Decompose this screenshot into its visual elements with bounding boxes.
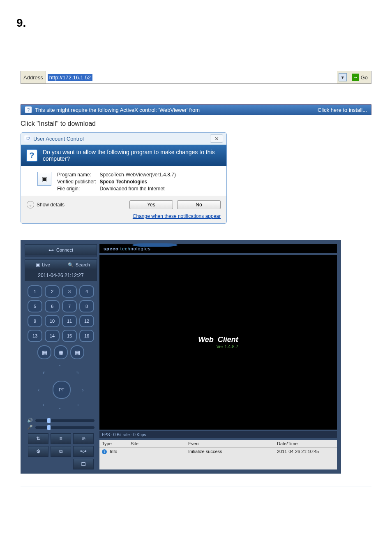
control-button-3[interactable]: ⎚ [73, 433, 94, 444]
fps-bitrate-bar: FPS : 0 Bit rate : 0 Kbps [99, 431, 337, 438]
main-area: speco technologies Web Client Ver 1.4.8.… [99, 244, 337, 469]
sidebar: Connect ▣ Live 🔍 Search 2011-04-26 21:12… [25, 244, 97, 469]
channel-button[interactable]: 1 [28, 285, 42, 298]
shield-icon: ? [25, 106, 32, 113]
control-buttons: ⇅ ≡ ⎚ ⚙ ⧉ •○• ⧠ [25, 433, 97, 469]
ptz-upleft-icon[interactable]: ⌜ [43, 371, 46, 377]
origin-value: Downloaded from the Internet [99, 186, 176, 192]
event-message: Initialize success [188, 449, 277, 454]
origin-label: File origin: [57, 186, 96, 192]
ptz-center-button[interactable]: PT [53, 381, 71, 399]
channel-button[interactable]: 8 [79, 300, 94, 312]
address-url[interactable]: http://172.16.1.52 [48, 74, 92, 81]
mic-slider[interactable]: 🎤 [27, 425, 95, 430]
info-bar-action[interactable]: Click here to install... [318, 107, 367, 113]
channel-button[interactable]: 7 [62, 300, 77, 312]
arrow-right-icon: → [352, 74, 359, 81]
uac-banner-text: Do you want to allow the following progr… [43, 149, 221, 162]
layout-2x2-button[interactable]: ▦ [37, 345, 51, 359]
channel-button[interactable]: 2 [45, 285, 60, 298]
uac-title-text: User Account Control [33, 136, 84, 142]
web-client-title-1: Web [198, 335, 214, 344]
channel-button[interactable]: 13 [28, 330, 42, 342]
connect-button[interactable]: Connect [25, 244, 97, 257]
no-button[interactable]: No [177, 200, 221, 209]
ptz-downright-icon[interactable]: ⌟ [76, 400, 79, 407]
program-name-value: SpecoTech-WebViewer(ver1.4.8.7) [99, 172, 176, 178]
event-type: Info [110, 449, 117, 454]
channel-button[interactable]: 16 [79, 330, 94, 342]
address-dropdown-icon[interactable]: ▼ [339, 73, 347, 81]
question-icon: ? [26, 149, 38, 162]
address-input[interactable]: http://172.16.1.52 [46, 71, 337, 83]
control-button-5[interactable]: ⧉ [51, 446, 71, 457]
web-client-window: Connect ▣ Live 🔍 Search 2011-04-26 21:12… [21, 240, 341, 474]
channel-button[interactable]: 5 [28, 300, 42, 312]
ptz-upright-icon[interactable]: ⌝ [76, 371, 79, 377]
layout-4x4-button[interactable]: ▦ [70, 345, 84, 359]
show-details-toggle[interactable]: ⌄ Show details [27, 201, 65, 208]
speaker-icon: 🔊 [27, 418, 33, 423]
connect-label: Connect [56, 247, 73, 252]
live-icon: ▣ [36, 262, 40, 268]
channel-button[interactable]: 3 [62, 285, 77, 298]
channel-button[interactable]: 12 [79, 315, 94, 327]
info-bar-text: This site might require the following Ac… [35, 107, 200, 113]
publisher-label: Verified publisher: [57, 179, 96, 185]
layout-3x3-button[interactable]: ▦ [54, 345, 68, 359]
event-header-datetime: Date/Time [277, 441, 334, 446]
address-label: Address [21, 71, 46, 83]
brand-text: speco technologies [104, 246, 151, 251]
channel-button[interactable]: 11 [62, 315, 77, 327]
chevron-down-icon: ⌄ [27, 201, 34, 208]
ptz-downleft-icon[interactable]: ⌞ [43, 400, 46, 407]
ptz-down-icon[interactable]: ˅ [58, 407, 61, 414]
program-name-label: Program name: [57, 172, 96, 178]
ptz-control: ˄ ˅ ‹ › ⌜ ⌝ ⌞ ⌟ PT [36, 364, 85, 414]
info-icon: i [102, 449, 107, 454]
yes-button[interactable]: Yes [129, 200, 173, 209]
channel-button[interactable]: 9 [28, 315, 42, 327]
channel-button[interactable]: 14 [45, 330, 60, 342]
mic-icon: 🎤 [27, 425, 33, 430]
go-label: Go [361, 74, 368, 81]
close-button[interactable]: ✕ [210, 134, 223, 143]
program-icon: ▣ [37, 172, 51, 186]
control-button-6[interactable]: •○• [73, 446, 94, 457]
instruction-text: Click "Install" to download [21, 120, 371, 127]
event-site [131, 449, 188, 454]
tab-live[interactable]: ▣ Live [25, 259, 61, 270]
uac-shield-icon: 🛡 [24, 135, 31, 142]
control-button-7[interactable]: ⧠ [73, 459, 94, 469]
activex-info-bar[interactable]: ? This site might require the following … [21, 104, 371, 115]
tab-live-label: Live [42, 262, 50, 267]
ptz-left-icon[interactable]: ‹ [38, 386, 40, 393]
channel-button[interactable]: 15 [62, 330, 77, 342]
search-icon: 🔍 [68, 262, 74, 268]
go-button[interactable]: → Go [348, 71, 371, 83]
control-button-2[interactable]: ≡ [51, 433, 71, 444]
event-row: i Info Initialize success 2011-04-26 21:… [99, 448, 337, 456]
channel-button[interactable]: 10 [45, 315, 60, 327]
divider [21, 486, 371, 486]
address-bar: Address http://172.16.1.52 ▼ → Go [21, 71, 371, 84]
ptz-up-icon[interactable]: ˄ [58, 364, 61, 371]
event-header-site: Site [131, 441, 188, 446]
change-notifications-link[interactable]: Change when these notifications appear [133, 213, 221, 219]
channel-button[interactable]: 6 [45, 300, 60, 312]
control-button-1[interactable]: ⇅ [28, 433, 48, 444]
connect-icon [48, 247, 54, 253]
event-datetime: 2011-04-26 21:10:45 [277, 449, 334, 454]
clock: 2011-04-26 21:12:27 [25, 270, 97, 281]
tab-search[interactable]: 🔍 Search [61, 259, 97, 270]
web-client-version: Ver 1.4.8.7 [198, 344, 238, 349]
volume-slider[interactable]: 🔊 [27, 418, 95, 423]
video-area: Web Client Ver 1.4.8.7 [99, 255, 337, 430]
event-log: Type Site Event Date/Time i Info Initial… [99, 440, 337, 469]
show-details-label: Show details [37, 202, 65, 208]
close-icon: ✕ [214, 136, 219, 142]
ptz-right-icon[interactable]: › [82, 386, 84, 393]
control-button-4[interactable]: ⚙ [28, 446, 48, 457]
web-client-title-2: Client [218, 335, 238, 344]
channel-button[interactable]: 4 [79, 285, 94, 298]
